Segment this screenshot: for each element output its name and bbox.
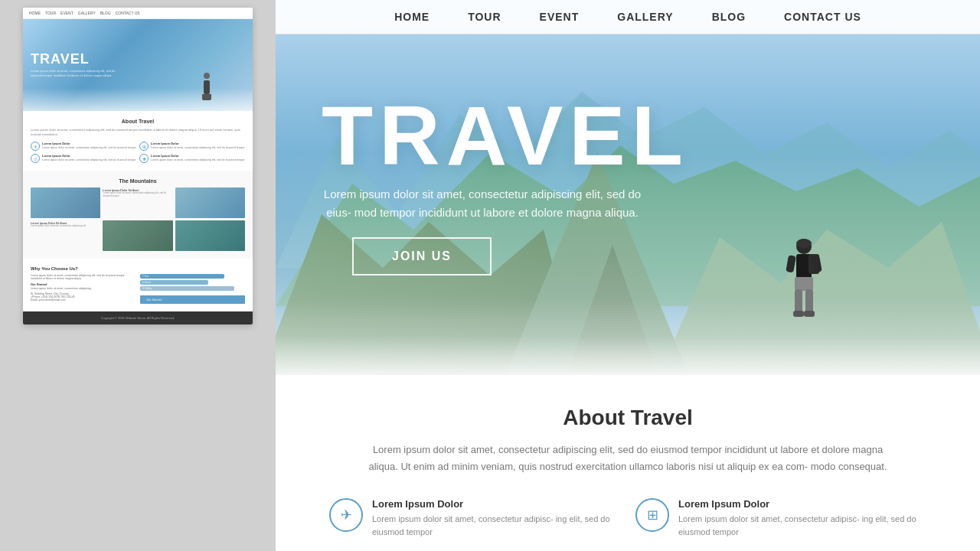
preview-gallery-img-0 <box>31 187 100 218</box>
main-nav: HOME TOUR EVENT GALLERY BLOG CONTACT US <box>276 0 980 34</box>
preview-gallery-item-2 <box>175 187 245 218</box>
preview-feature-text-1: Lorem Ipsum Dolor Lorem ipsum dolor sit … <box>151 142 245 150</box>
main-hero-title: TRAVEL <box>322 93 689 178</box>
preview-nav-blog[interactable]: BLOG <box>100 11 111 15</box>
preview-feature-icon-3: ❖ <box>139 154 149 163</box>
feature-label-1: Lorem Ipsum Dolor <box>678 498 926 510</box>
preview-mountains: The Mountains Lorem Ipsum Dolor Sit Amet… <box>23 171 253 259</box>
svg-rect-14 <box>795 277 813 291</box>
preview-feature-3: ❖ Lorem Ipsum Dolor Lorem ipsum dolor si… <box>139 154 245 163</box>
preview-gallery-img-5 <box>175 220 245 251</box>
preview-feature-2: ⊙ Lorem Ipsum Dolor Lorem ipsum dolor si… <box>31 154 136 163</box>
hero-fog <box>276 298 980 375</box>
preview-gallery-item-5 <box>175 220 245 251</box>
preview-why-right: T Tour E Event G Gallery Get Started <box>140 274 245 304</box>
preview-hero-subtitle: Lorem ipsum dolor sit amet, consectetur … <box>31 69 122 77</box>
preview-hero-fog <box>23 88 253 111</box>
preview-gallery-item-1: Lorem Ipsum Dolor Sit Amet Lorem ipsum d… <box>103 187 172 218</box>
preview-nav-home[interactable]: HOME <box>29 11 41 15</box>
preview-nav-tour[interactable]: TOUR <box>45 11 56 15</box>
feature-label-0: Lorem Ipsum Dolor <box>372 498 620 510</box>
svg-rect-16 <box>805 289 813 314</box>
preview-feature-icon-2: ⊙ <box>31 154 40 163</box>
preview-hero: TRAVEL Lorem ipsum dolor sit amet, conse… <box>23 19 253 111</box>
svg-rect-15 <box>795 289 802 314</box>
preview-bar-0: T Tour <box>140 274 224 279</box>
about-description: Lorem ipsum dolor sit amet, consectetur … <box>368 442 888 475</box>
preview-features-grid: ✈ Lorem Ipsum Dolor Lorem ipsum dolor si… <box>31 142 245 163</box>
preview-feature-1: ⊞ Lorem Ipsum Dolor Lorem ipsum dolor si… <box>139 142 245 151</box>
about-section: About Travel Lorem ipsum dolor sit amet,… <box>276 375 980 551</box>
preview-hero-text: TRAVEL Lorem ipsum dolor sit amet, conse… <box>31 52 122 77</box>
preview-about: About Travel Lorem ipsum dolor sit amet,… <box>23 111 253 171</box>
preview-footer: Copyright © 2016 Website Name. All Right… <box>23 311 253 324</box>
right-main-panel[interactable]: TRAVEL Lorem ipsum dolor sit amet, conse… <box>276 0 980 551</box>
preview-nav-gallery[interactable]: GALLERY <box>78 11 96 15</box>
main-nav-tour[interactable]: TOUR <box>468 11 501 23</box>
svg-rect-17 <box>793 311 804 317</box>
preview-feature-text-0: Lorem Ipsum Dolor Lorem ipsum dolor sit … <box>42 142 136 150</box>
svg-point-9 <box>796 239 812 248</box>
preview-feature-icon-0: ✈ <box>31 142 40 151</box>
hero-person-figure <box>781 237 827 329</box>
preview-gallery-grid: Lorem Ipsum Dolor Sit Amet Lorem ipsum d… <box>31 187 245 251</box>
about-title: About Travel <box>322 406 934 430</box>
preview-bar-1: E Event <box>140 280 208 285</box>
preview-why-title: Why You Choose Us? <box>31 266 245 271</box>
preview-feature-icon-1: ⊞ <box>139 142 149 151</box>
preview-feature-text-3: Lorem Ipsum Dolor Lorem ipsum dolor sit … <box>151 154 245 162</box>
main-nav-gallery[interactable]: GALLERY <box>617 11 673 23</box>
preview-nav-contact[interactable]: CONTACT US <box>116 11 140 15</box>
feature-text-1: Lorem Ipsum Dolor Lorem ipsum dolor sit … <box>678 498 926 538</box>
main-hero: TRAVEL Lorem ipsum dolor sit amet, conse… <box>276 0 980 375</box>
preview-why-left: Lorem ipsum dolor sit amet, consectetur … <box>31 274 136 304</box>
preview-feature-text-2: Lorem Ipsum Dolor Lorem ipsum dolor sit … <box>42 154 136 162</box>
preview-feature-0: ✈ Lorem Ipsum Dolor Lorem ipsum dolor si… <box>31 142 136 151</box>
preview-gallery-img-4 <box>103 220 172 251</box>
preview-website: HOME TOUR EVENT GALLERY BLOG CONTACT US … <box>23 8 253 324</box>
preview-about-description: Lorem ipsum dolor sit amet, consectetur … <box>31 128 245 137</box>
main-nav-event[interactable]: EVENT <box>540 11 580 23</box>
left-preview-panel: HOME TOUR EVENT GALLERY BLOG CONTACT US … <box>0 0 276 551</box>
preview-hero-title: TRAVEL <box>31 52 122 66</box>
main-nav-home[interactable]: HOME <box>394 11 430 23</box>
preview-gallery-img-2 <box>175 187 245 218</box>
preview-nav-event[interactable]: EVENT <box>60 11 74 15</box>
feature-item-0: ✈ Lorem Ipsum Dolor Lorem ipsum dolor si… <box>329 498 620 538</box>
svg-rect-12 <box>786 255 796 272</box>
feature-desc-1: Lorem ipsum dolor sit amet, consectetur … <box>678 513 926 538</box>
preview-gallery-item-0 <box>31 187 100 218</box>
hero-content: TRAVEL Lorem ipsum dolor sit amet, conse… <box>322 93 689 276</box>
features-grid: ✈ Lorem Ipsum Dolor Lorem ipsum dolor si… <box>329 498 926 538</box>
preview-bar-2: G Gallery <box>140 286 234 291</box>
preview-hero-figure <box>199 73 214 99</box>
svg-rect-18 <box>804 311 815 317</box>
main-hero-subtitle: Lorem ipsum dolor sit amet, consectetur … <box>322 185 643 222</box>
feature-text-0: Lorem Ipsum Dolor Lorem ipsum dolor sit … <box>372 498 620 538</box>
feature-desc-0: Lorem ipsum dolor sit amet, consectetur … <box>372 513 620 538</box>
preview-gallery-item-3: Lorem Ipsum Dolor Sit Amet Lorem ipsum d… <box>31 220 100 251</box>
feature-icon-grid: ⊞ <box>635 498 669 532</box>
preview-why: Why You Choose Us? Lorem ipsum dolor sit… <box>23 259 253 311</box>
join-us-button[interactable]: JOIN US <box>352 237 492 276</box>
preview-mountains-title: The Mountains <box>31 178 245 184</box>
main-nav-blog[interactable]: BLOG <box>712 11 746 23</box>
preview-gallery-item-4 <box>103 220 172 251</box>
main-nav-contact[interactable]: CONTACT US <box>784 11 861 23</box>
feature-icon-plane: ✈ <box>329 498 363 532</box>
preview-nav: HOME TOUR EVENT GALLERY BLOG CONTACT US <box>23 8 253 19</box>
feature-item-1: ⊞ Lorem Ipsum Dolor Lorem ipsum dolor si… <box>635 498 926 538</box>
preview-get-started-btn[interactable]: Get Started <box>140 295 245 304</box>
preview-about-title: About Travel <box>31 119 245 124</box>
preview-why-layout: Lorem ipsum dolor sit amet, consectetur … <box>31 274 245 304</box>
